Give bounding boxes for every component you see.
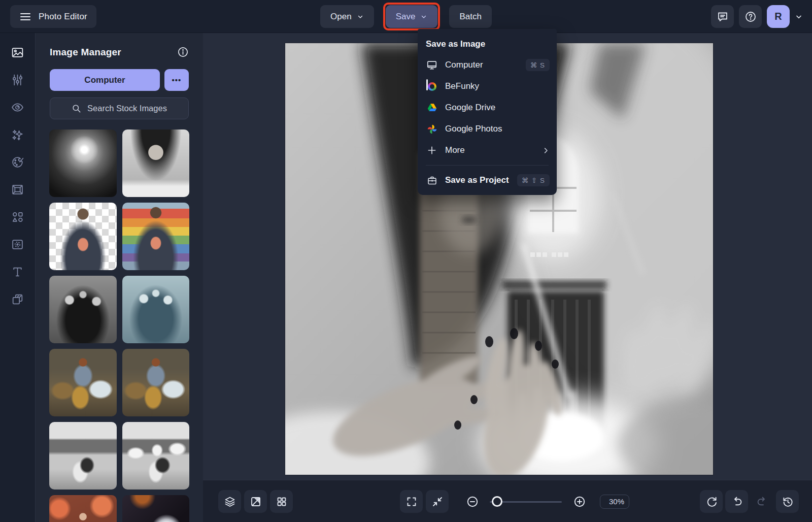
texture-icon [11,238,24,251]
zoom-level-value[interactable]: 30% [600,495,629,509]
sidebar-item-effects[interactable] [7,123,29,146]
zoom-in-icon [573,495,586,508]
eye-icon [11,101,24,114]
reset-icon [705,496,718,508]
compare-icon [250,496,262,508]
thumbnail[interactable] [49,203,117,270]
chevron-down-icon [795,13,803,21]
history-button[interactable] [776,490,799,513]
thumbnail[interactable] [49,276,117,343]
compare-button[interactable] [244,490,267,513]
save-menu-item-more[interactable]: More [418,140,557,161]
thumbnail[interactable] [122,349,190,416]
thumbnail[interactable] [122,495,190,522]
search-input[interactable]: Search Stock Images [50,97,189,119]
undo-button[interactable] [725,490,748,513]
zoom-in-button[interactable] [568,490,591,513]
thumbnail[interactable] [49,129,117,197]
thumbnail[interactable] [122,422,190,490]
info-icon [177,46,189,58]
sidebar-item-frames[interactable] [7,178,29,201]
save-menu-item-google-drive[interactable]: Google Drive [418,97,557,118]
shortcut-badge: ⌘ ⇧ S [517,174,550,186]
briefcase-icon [426,174,438,186]
redo-button[interactable] [751,490,773,513]
sidebar-item-artsy[interactable] [7,151,29,173]
search-placeholder: Search Stock Images [87,104,167,113]
sidebar-item-overlays[interactable] [7,233,29,255]
panel-title: Image Manager [50,47,121,58]
zoom-slider[interactable] [490,496,562,507]
bottom-toolbar: 30% [203,480,812,522]
thumbnail[interactable] [122,276,190,343]
layers-button[interactable] [218,490,241,513]
thumbnail[interactable] [49,422,117,490]
chevron-right-icon [542,147,550,154]
avatar-initial: R [774,11,782,22]
feedback-button[interactable] [711,5,734,28]
redo-icon [756,496,768,508]
shortcut-badge: ⌘ S [526,59,550,71]
bottom-right-group [700,490,799,513]
reset-button[interactable] [700,490,723,513]
thumbnail[interactable] [122,203,190,270]
account-chevron-button[interactable] [795,13,803,21]
grid-view-button[interactable] [270,490,293,513]
bottom-left-group [218,490,293,513]
help-button[interactable] [739,5,762,28]
thumbnail[interactable] [122,129,190,197]
google-photos-icon [426,123,438,135]
fullscreen-icon [405,496,418,508]
sidebar-item-image-manager[interactable] [7,41,29,63]
info-button[interactable] [177,46,189,58]
thumbnail[interactable] [49,349,117,416]
search-icon [72,104,81,113]
batch-button[interactable]: Batch [449,5,491,28]
sidebar-item-text[interactable] [7,260,29,283]
shapes-icon [11,210,24,224]
topbar-right: R [711,5,803,28]
save-menu-section-title: Save as Image [418,36,557,54]
avatar[interactable]: R [767,5,790,28]
panel-header: Image Manager [50,46,189,58]
thumbnail[interactable] [49,495,117,522]
sidebar-item-touch-up[interactable] [7,96,29,118]
chevron-down-icon [357,13,364,20]
fit-screen-icon [431,496,444,508]
undo-icon [731,496,743,508]
save-menu-item-save-as-project[interactable]: Save as Project ⌘ ⇧ S [418,170,557,191]
sparkles-icon [11,128,24,142]
sidebar-item-edit[interactable] [7,69,29,91]
sidebar-item-graphics[interactable] [7,206,29,228]
fullscreen-button[interactable] [400,490,423,513]
save-menu-item-label: Computer [445,60,526,70]
layers-stack-icon [224,496,236,508]
computer-upload-button[interactable]: Computer [50,69,160,91]
adjustments-icon [11,73,24,87]
save-button[interactable]: Save [386,5,438,28]
menu-divider [426,165,549,166]
plus-icon [426,144,438,156]
zoom-slider-knob[interactable] [492,496,502,507]
open-button[interactable]: Open [320,5,374,28]
zoom-out-button[interactable] [461,490,484,513]
save-dropdown-menu: Save as Image Computer ⌘ S BeFunky Googl… [418,29,557,195]
palette-icon [11,155,24,169]
top-bar: Photo Editor Open Save Batch [0,0,812,33]
panel-actions: Computer ••• [50,69,189,91]
topbar-center: Open Save Batch [0,5,812,28]
annotation-highlight: Save [383,3,441,30]
more-sources-button[interactable]: ••• [164,69,189,91]
question-icon [745,11,757,23]
chat-icon [717,11,729,23]
bottom-center-group: 30% [400,490,629,513]
save-menu-item-befunky[interactable]: BeFunky [418,76,557,97]
save-menu-item-computer[interactable]: Computer ⌘ S [418,54,557,76]
batch-label: Batch [459,12,481,22]
save-menu-item-google-photos[interactable]: Google Photos [418,118,557,140]
sidebar-item-layers[interactable] [7,288,29,310]
history-icon [782,496,794,508]
image-manager-panel: Image Manager Computer ••• Search Stock … [36,33,203,522]
fit-screen-button[interactable] [426,490,449,513]
save-menu-item-label: BeFunky [445,81,550,91]
